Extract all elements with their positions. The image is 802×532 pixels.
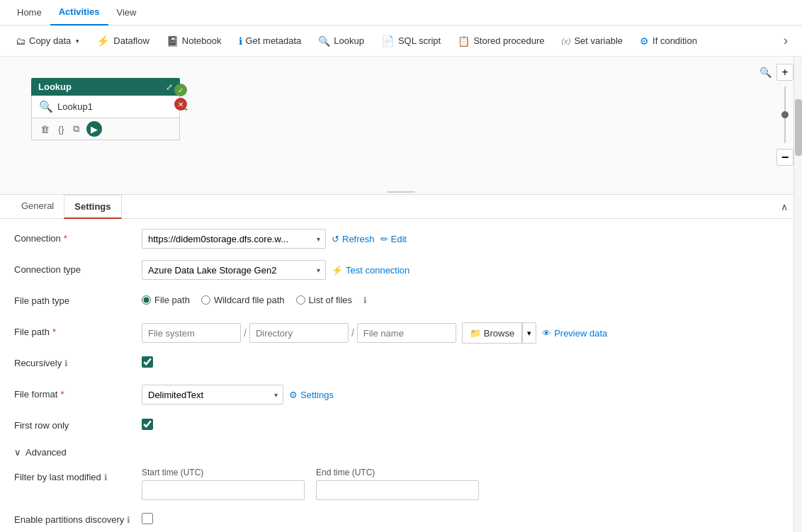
end-time-input[interactable] — [316, 480, 479, 500]
stored-procedure-icon: 📋 — [458, 35, 470, 47]
filepath-sep-2: / — [351, 327, 354, 339]
nav-view[interactable]: View — [108, 0, 145, 26]
file-path-type-radio-group: File path Wildcard file path List of fil… — [142, 291, 367, 305]
scrollbar-thumb[interactable] — [795, 99, 802, 156]
recursively-checkbox[interactable] — [142, 356, 153, 368]
recursively-checkbox-wrap — [142, 353, 153, 370]
node-code-button[interactable]: {} — [57, 123, 66, 136]
enable-partitions-info-icon: ℹ — [127, 515, 130, 525]
first-row-only-checkbox-wrap — [142, 416, 153, 432]
tab-settings[interactable]: Settings — [64, 195, 121, 219]
nav-home[interactable]: Home — [9, 0, 50, 26]
sql-script-icon: 📄 — [381, 35, 395, 47]
enable-partitions-row: Enable partitions discovery ℹ — [14, 510, 788, 531]
file-format-settings-icon: ⚙ — [289, 390, 298, 400]
filepath-sep-1: / — [244, 327, 247, 339]
nav-activities[interactable]: Activities — [50, 0, 108, 26]
radio-list-input[interactable] — [296, 295, 305, 305]
preview-data-button[interactable]: 👁 Preview data — [542, 328, 607, 339]
get-metadata-button[interactable]: ℹ Get metadata — [232, 33, 309, 50]
connection-controls: https://didem0storage.dfs.core.w... ▾ ↺ … — [142, 229, 407, 249]
notebook-icon: 📓 — [166, 35, 179, 47]
browse-folder-icon: 📁 — [470, 328, 481, 339]
file-format-select[interactable]: DelimitedText — [142, 385, 283, 404]
panel-collapse-handle[interactable] — [387, 190, 415, 194]
set-variable-button[interactable]: (x) Set variable — [555, 33, 630, 49]
browse-wrap: 📁 Browse ▾ — [462, 322, 536, 344]
filepath-inputs: / / — [142, 323, 456, 343]
file-format-settings-button[interactable]: ⚙ Settings — [289, 390, 334, 400]
browse-button[interactable]: 📁 Browse — [463, 323, 522, 343]
top-navigation: Home Activities View — [0, 0, 802, 26]
node-body: 🔍 Lookup1 ✓ ✕ — [31, 96, 180, 118]
connection-required: * — [64, 233, 67, 244]
connection-select[interactable]: https://didem0storage.dfs.core.w... — [142, 229, 326, 249]
radio-file-path-input[interactable] — [142, 295, 151, 305]
zoom-out-button[interactable]: − — [776, 149, 793, 166]
file-path-type-label: File path type — [14, 291, 142, 306]
connection-label: Connection * — [14, 229, 142, 244]
browse-dropdown-button[interactable]: ▾ — [522, 323, 536, 343]
more-activities-button[interactable]: › — [778, 30, 793, 51]
file-path-row: File path * / / 📁 Browse — [14, 322, 788, 344]
node-run-button[interactable]: ▶ — [86, 121, 102, 137]
refresh-button[interactable]: ↺ Refresh — [332, 234, 375, 244]
node-header: Lookup ⤢ — [31, 78, 180, 96]
directory-input[interactable] — [249, 323, 349, 343]
advanced-chevron-icon: ∨ — [14, 447, 21, 458]
get-metadata-icon: ℹ — [239, 35, 242, 47]
radio-list-of-files[interactable]: List of files — [296, 295, 352, 305]
filter-info-icon: ℹ — [104, 472, 108, 482]
connection-type-label: Connection type — [14, 260, 142, 275]
tab-general[interactable]: General — [11, 195, 64, 218]
filter-inputs: Start time (UTC) End time (UTC) — [142, 468, 479, 500]
enable-partitions-checkbox[interactable] — [142, 513, 153, 524]
settings-panel: General Settings ∧ Connection * https://… — [0, 195, 802, 532]
radio-wildcard[interactable]: Wildcard file path — [201, 295, 285, 305]
filter-by-last-modified-row: Filter by last modified ℹ Start time (UT… — [14, 468, 788, 500]
vertical-scrollbar[interactable] — [793, 57, 802, 532]
notebook-button[interactable]: 📓 Notebook — [159, 33, 229, 50]
first-row-only-checkbox[interactable] — [142, 419, 153, 430]
copy-data-chevron: ▾ — [76, 38, 79, 45]
lookup-button[interactable]: 🔍 Lookup — [311, 33, 371, 50]
start-time-input[interactable] — [142, 480, 305, 500]
node-expand-button[interactable]: ⤢ — [166, 82, 173, 92]
list-files-info-icon: ℹ — [363, 295, 367, 305]
advanced-toggle-button[interactable]: ∨ Advanced — [14, 447, 67, 458]
zoom-in-button[interactable]: + — [776, 64, 793, 81]
zoom-thumb — [781, 111, 789, 118]
radio-wildcard-input[interactable] — [201, 295, 210, 305]
file-name-input[interactable] — [357, 323, 456, 343]
file-path-type-controls: File path Wildcard file path List of fil… — [142, 291, 367, 305]
set-variable-icon: (x) — [562, 37, 571, 45]
node-lookup-icon: 🔍 — [39, 100, 53, 113]
connection-type-select[interactable]: Azure Data Lake Storage Gen2 — [142, 260, 326, 280]
start-time-group: Start time (UTC) — [142, 468, 305, 500]
edit-button[interactable]: ✏ Edit — [380, 234, 407, 244]
test-connection-button[interactable]: ⚡ Test connection — [332, 265, 410, 276]
dataflow-button[interactable]: ⚡ Dataflow — [89, 32, 157, 50]
node-copy-button[interactable]: ⧉ — [72, 122, 81, 136]
if-condition-button[interactable]: ⚙ If condition — [633, 33, 704, 50]
canvas-search-button[interactable]: 🔍 — [757, 64, 774, 81]
file-format-required: * — [60, 389, 64, 400]
preview-icon: 👁 — [542, 328, 551, 339]
radio-file-path[interactable]: File path — [142, 295, 190, 305]
file-path-controls: / / 📁 Browse ▾ 👁 Preview d — [142, 322, 607, 344]
panel-collapse-button[interactable]: ∧ — [778, 198, 791, 215]
connection-row: Connection * https://didem0storage.dfs.c… — [14, 229, 788, 250]
connection-type-row: Connection type Azure Data Lake Storage … — [14, 260, 788, 281]
first-row-only-row: First row only — [14, 416, 788, 437]
lookup-node[interactable]: Lookup ⤢ 🔍 Lookup1 ✓ ✕ 🗑 {} ⧉ ▶ → — [31, 78, 180, 140]
refresh-icon: ↺ — [332, 234, 339, 244]
end-time-label: End time (UTC) — [316, 468, 479, 477]
stored-procedure-button[interactable]: 📋 Stored procedure — [451, 33, 551, 50]
node-delete-button[interactable]: 🗑 — [39, 123, 51, 136]
connection-input-wrap: https://didem0storage.dfs.core.w... ▾ — [142, 229, 326, 249]
end-time-group: End time (UTC) — [316, 468, 479, 500]
copy-data-button[interactable]: 🗂 Copy data ▾ — [9, 33, 86, 50]
file-system-input[interactable] — [142, 323, 241, 343]
pipeline-canvas[interactable]: 🔍 + − Lookup ⤢ 🔍 Lookup1 ✓ ✕ — [0, 57, 802, 195]
sql-script-button[interactable]: 📄 SQL script — [374, 32, 448, 50]
